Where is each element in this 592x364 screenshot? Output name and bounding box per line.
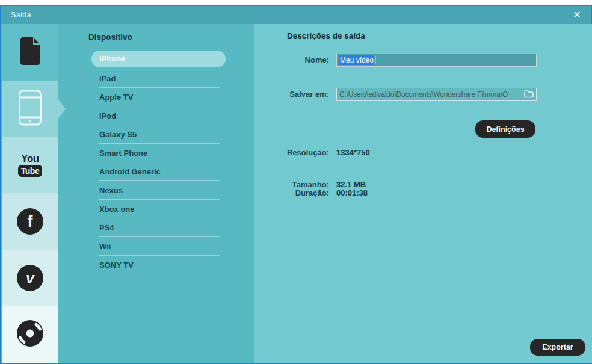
save-path-value: C:\Users\edivaldo\Documents\Wondershare … (339, 90, 508, 99)
facebook-glyph: f (28, 208, 33, 235)
device-label: Smart Phone (99, 149, 147, 158)
tab-device[interactable] (2, 81, 58, 137)
device-label: Galaxy S5 (99, 130, 137, 139)
device-label: SONY TV (99, 261, 134, 270)
youtube-icon: You Tube (18, 153, 42, 177)
text-caret (375, 56, 376, 64)
device-list-item[interactable]: Android Generic (99, 162, 220, 181)
device-panel: Dispositivo iPhone iPad Apple TV iPod Ga… (58, 24, 254, 363)
duration-value: 00:01:38 (336, 187, 368, 200)
tab-vimeo[interactable]: v (2, 250, 58, 306)
name-label: Nome: (254, 54, 329, 67)
device-list-item[interactable]: Smart Phone (99, 144, 220, 162)
window-title: Saída (11, 6, 31, 24)
export-button[interactable]: Exportar (530, 339, 585, 356)
device-label: Nexus (99, 186, 123, 195)
save-path-input[interactable]: C:\Users\edivaldo\Documents\Wondershare … (336, 88, 537, 101)
device-label: iPad (99, 74, 116, 83)
device-list-item[interactable]: Xbox one (99, 200, 220, 218)
device-list: iPhone iPad Apple TV iPod Galaxy S5 Smar… (91, 51, 236, 274)
youtube-icon-tube: Tube (18, 165, 42, 177)
device-label: iPod (99, 111, 116, 120)
device-list-item[interactable]: iPod (99, 106, 220, 125)
save-path-label: Salvar em: (254, 88, 329, 101)
device-list-item[interactable]: SONY TV (99, 256, 220, 274)
youtube-icon-you: You (18, 153, 42, 164)
output-panel: Descrições de saída Nome: Meu vídeo Salv… (254, 24, 592, 363)
device-label: Xbox one (99, 205, 135, 214)
device-list-item[interactable]: Nexus (99, 181, 220, 200)
device-panel-title: Dispositivo (88, 32, 132, 42)
name-input[interactable]: Meu vídeo (336, 54, 537, 67)
sidebar: You Tube f v (2, 24, 58, 363)
device-label: Android Generic (99, 167, 161, 176)
resolution-label: Resolução: (254, 146, 329, 159)
folder-icon[interactable] (524, 90, 534, 100)
tab-dvd[interactable] (2, 306, 58, 363)
duration-label: Duração: (254, 187, 329, 200)
vimeo-glyph: v (26, 265, 34, 291)
vimeo-icon: v (17, 265, 43, 291)
device-label: iPhone (99, 54, 125, 63)
titlebar: Saída ✕ (1, 6, 591, 24)
close-icon[interactable]: ✕ (569, 6, 585, 24)
name-input-value: Meu vídeo (339, 55, 374, 65)
dialog-body: You Tube f v (1, 24, 591, 363)
device-label: PS4 (99, 223, 114, 232)
tab-local-file[interactable] (2, 24, 58, 81)
smartphone-icon (17, 90, 43, 128)
device-label: Apple TV (99, 93, 133, 102)
device-list-item[interactable]: PS4 (99, 218, 220, 237)
output-panel-title: Descrições de saída (287, 31, 365, 40)
export-dialog-window: Saída ✕ (0, 5, 592, 364)
device-list-item[interactable]: Galaxy S5 (99, 125, 220, 144)
resolution-value: 1334*750 (336, 146, 370, 159)
device-label: Wii (99, 242, 111, 251)
device-list-item[interactable]: Wii (99, 237, 220, 256)
tab-facebook[interactable]: f (2, 193, 58, 250)
settings-button[interactable]: Definições (475, 120, 535, 138)
dvd-disc-icon (16, 319, 44, 350)
device-list-item[interactable]: iPad (99, 69, 220, 88)
device-list-item[interactable]: iPhone (91, 51, 226, 67)
document-icon (19, 37, 42, 68)
facebook-icon: f (17, 208, 43, 235)
device-list-item[interactable]: Apple TV (99, 88, 220, 106)
tab-youtube[interactable]: You Tube (2, 137, 58, 194)
